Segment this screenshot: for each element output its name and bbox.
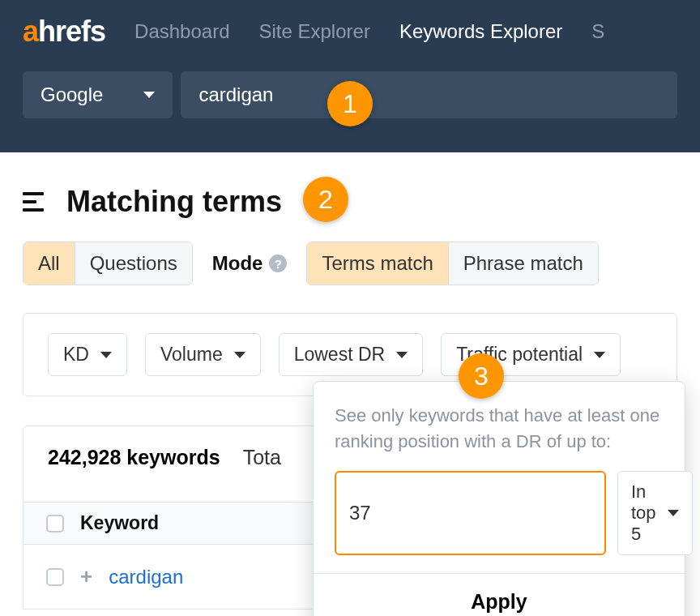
caret-down-icon (143, 92, 155, 98)
caret-down-icon (668, 510, 679, 516)
row-checkbox[interactable] (46, 568, 64, 586)
page-header: Matching terms (0, 152, 700, 233)
dr-value-input[interactable] (335, 471, 606, 555)
mode-tab-group: Terms match Phrase match (306, 242, 598, 285)
popover-body: See only keywords that have at least one… (314, 382, 685, 573)
logo: ahrefs (23, 15, 105, 49)
annotation-badge-3: 3 (459, 353, 504, 399)
mode-label: Mode ? (212, 252, 288, 275)
help-icon[interactable]: ? (269, 255, 287, 272)
popover-inputs: In top 5 (335, 471, 664, 555)
dr-position-select[interactable]: In top 5 (617, 471, 693, 555)
tab-terms-match[interactable]: Terms match (307, 242, 448, 284)
annotation-badge-1: 1 (327, 81, 373, 126)
keyword-link[interactable]: cardigan (109, 566, 183, 588)
type-tab-group: All Questions (23, 242, 193, 285)
column-keyword[interactable]: Keyword (80, 512, 159, 534)
search-engine-label: Google (41, 83, 103, 106)
tab-phrase-match[interactable]: Phrase match (449, 242, 598, 284)
select-all-checkbox[interactable] (46, 515, 64, 533)
filter-lowest-dr[interactable]: Lowest DR (279, 333, 423, 376)
keyword-count: 242,928 keywords (48, 446, 220, 469)
top-nav: ahrefs Dashboard Site Explorer Keywords … (0, 0, 700, 63)
nav-more[interactable]: S (591, 20, 604, 43)
keyword-search-input[interactable] (198, 83, 659, 106)
popover-description: See only keywords that have at least one… (335, 403, 664, 455)
menu-icon[interactable] (23, 192, 44, 212)
nav-site-explorer[interactable]: Site Explorer (258, 20, 369, 43)
expand-icon[interactable]: + (80, 564, 92, 589)
lowest-dr-popover: See only keywords that have at least one… (313, 381, 685, 616)
apply-button[interactable]: Apply (314, 573, 685, 616)
nav-keywords-explorer[interactable]: Keywords Explorer (399, 20, 562, 43)
caret-down-icon (396, 352, 408, 358)
filter-volume[interactable]: Volume (145, 333, 261, 376)
search-engine-select[interactable]: Google (23, 71, 173, 118)
nav-dashboard[interactable]: Dashboard (134, 20, 229, 43)
tab-all[interactable]: All (23, 242, 75, 284)
page-title: Matching terms (66, 185, 282, 219)
tabs-row: All Questions Mode ? Terms match Phrase … (0, 233, 700, 285)
annotation-badge-2: 2 (303, 177, 348, 222)
total-label: Tota (243, 446, 281, 469)
caret-down-icon (100, 352, 112, 358)
caret-down-icon (594, 352, 605, 358)
filter-kd[interactable]: KD (48, 333, 127, 376)
search-input-wrap (181, 71, 677, 118)
tab-questions[interactable]: Questions (75, 242, 192, 284)
caret-down-icon (234, 352, 245, 358)
